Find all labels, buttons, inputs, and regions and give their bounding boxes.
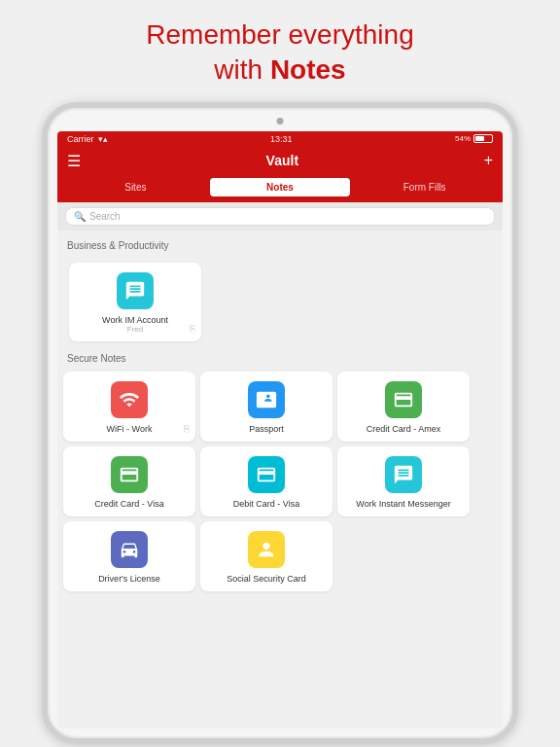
search-bar: 🔍 Search [57,202,503,231]
status-bar-right: 54% [455,134,493,143]
credit-card-amex-icon [385,381,422,418]
copy-icon[interactable]: ⎘ [190,323,195,334]
wifi-icon: ▾▴ [98,134,108,144]
battery-percent: 54% [455,134,471,143]
wifi-copy-icon[interactable]: ⎘ [184,423,190,434]
secure-notes-grid: WiFi - Work ⎘ Passport [57,368,503,595]
passport-icon [248,381,285,418]
item-credit-card-amex[interactable]: Credit Card - Amex [337,372,470,442]
item-debit-card-visa[interactable]: Debit Card - Visa [200,446,332,516]
debit-card-visa-label: Debit Card - Visa [233,499,299,509]
item-drivers-license[interactable]: Driver's License [63,521,195,591]
ipad-camera [277,118,284,124]
drivers-license-icon [111,531,148,568]
debit-card-visa-icon [248,456,285,493]
social-security-icon [248,531,285,568]
status-bar-left: Carrier ▾▴ [67,134,108,144]
credit-card-amex-label: Credit Card - Amex [367,424,441,434]
nav-title: Vault [81,153,484,168]
section-header-secure-notes: Secure Notes [57,349,503,368]
ipad-screen: Carrier ▾▴ 13:31 54% ☰ Vault + Sites Not… [57,131,503,729]
carrier-label: Carrier [67,134,94,144]
battery-icon [473,134,493,143]
credit-card-visa-label: Credit Card - Visa [94,499,163,509]
business-items: Work IM Account Fred ⎘ [57,255,503,349]
promo-line1: Remember everything [146,19,413,50]
tab-form-fills[interactable]: Form Fills [354,178,495,196]
menu-icon[interactable]: ☰ [67,152,81,170]
search-placeholder: Search [89,211,121,222]
work-im-icon [117,272,154,309]
work-im2-label: Work Instant Messenger [356,499,450,509]
section-header-business: Business & Productivity [57,236,503,255]
battery-fill [475,136,484,141]
item-credit-card-visa[interactable]: Credit Card - Visa [63,446,195,516]
item-work-im[interactable]: Work IM Account Fred ⎘ [69,263,201,341]
item-wifi-work[interactable]: WiFi - Work ⎘ [63,372,195,442]
wifi-work-icon [111,381,148,418]
wifi-work-label: WiFi - Work [107,424,153,434]
item-social-security[interactable]: Social Security Card [200,521,332,591]
status-time: 13:31 [270,134,293,144]
search-icon: 🔍 [74,211,86,222]
promo-line2: with [214,54,270,85]
item-passport[interactable]: Passport [200,372,332,442]
search-input-area[interactable]: 🔍 Search [65,207,495,226]
credit-card-visa-icon [111,456,148,493]
drivers-license-label: Driver's License [98,574,160,584]
tab-sites[interactable]: Sites [65,178,206,196]
work-im-label: Work IM Account [102,315,168,325]
nav-bar: ☰ Vault + [57,147,503,178]
add-icon[interactable]: + [484,152,493,169]
work-im2-icon [385,456,422,493]
tab-bar: Sites Notes Form Fills [57,178,503,202]
status-bar: Carrier ▾▴ 13:31 54% [57,131,503,147]
promo-header: Remember everything with Notes [107,0,452,102]
work-im-sublabel: Fred [127,325,143,334]
business-grid: Work IM Account Fred ⎘ [63,259,497,345]
tab-notes[interactable]: Notes [210,178,351,196]
social-security-label: Social Security Card [227,574,306,584]
ipad-frame: Carrier ▾▴ 13:31 54% ☰ Vault + Sites Not… [42,102,518,744]
passport-label: Passport [249,424,284,434]
item-work-instant-messenger[interactable]: Work Instant Messenger [337,446,470,516]
content-area: Business & Productivity Work IM Account … [57,231,503,729]
promo-bold: Notes [270,54,346,85]
